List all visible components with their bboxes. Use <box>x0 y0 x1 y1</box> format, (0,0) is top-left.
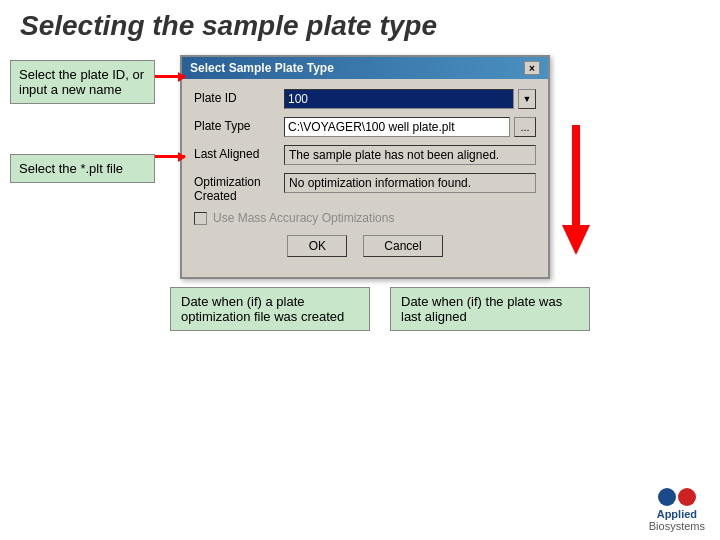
annotation-plate-id: Select the plate ID, or input a new name <box>10 60 155 104</box>
big-red-arrow-icon <box>562 125 590 255</box>
logo-area: Applied Biosystems <box>649 488 705 532</box>
last-aligned-label: Last Aligned <box>194 145 284 161</box>
annotation-optimization-date: Date when (if) a plate optimization file… <box>170 287 370 331</box>
optimization-created-row: Optimization Created No optimization inf… <box>194 173 536 203</box>
logo-circles <box>658 488 696 506</box>
cancel-button[interactable]: Cancel <box>363 235 442 257</box>
dialog-body: Plate ID 100 ▼ Plate Type C:\VOYAGER\100… <box>182 79 548 277</box>
use-mass-accuracy-row: Use Mass Accuracy Optimizations <box>194 211 536 225</box>
plate-id-input[interactable]: 100 <box>284 89 514 109</box>
annotation-last-aligned-date: Date when (if) the plate was last aligne… <box>390 287 590 331</box>
plate-id-dropdown-icon[interactable]: ▼ <box>518 89 536 109</box>
page-title: Selecting the sample plate type <box>0 0 720 50</box>
last-aligned-value: The sample plate has not been aligned. <box>284 145 536 165</box>
plate-type-row: Plate Type C:\VOYAGER\100 well plate.plt… <box>194 117 536 137</box>
plate-type-label: Plate Type <box>194 117 284 133</box>
dialog-title: Select Sample Plate Type <box>190 61 334 75</box>
optimization-created-label: Optimization Created <box>194 173 284 203</box>
annotation-plt-file: Select the *.plt file <box>10 154 155 183</box>
dialog-select-plate-type: Select Sample Plate Type × Plate ID 100 … <box>180 55 550 279</box>
arrow-head <box>562 225 590 255</box>
logo-red-circle <box>678 488 696 506</box>
last-aligned-control: The sample plate has not been aligned. <box>284 145 536 165</box>
use-mass-accuracy-checkbox[interactable] <box>194 212 207 225</box>
plate-id-row: Plate ID 100 ▼ <box>194 89 536 109</box>
main-content: Select the plate ID, or input a new name… <box>0 50 720 279</box>
arrow-plate-id-icon <box>155 75 185 78</box>
logo-applied-text: Applied <box>657 508 697 520</box>
plate-type-input[interactable]: C:\VOYAGER\100 well plate.plt <box>284 117 510 137</box>
plate-id-label: Plate ID <box>194 89 284 105</box>
last-aligned-row: Last Aligned The sample plate has not be… <box>194 145 536 165</box>
arrow-plt-file-icon <box>155 155 185 158</box>
use-mass-accuracy-label: Use Mass Accuracy Optimizations <box>213 211 394 225</box>
logo-blue-circle <box>658 488 676 506</box>
ok-button[interactable]: OK <box>287 235 347 257</box>
dialog-close-button[interactable]: × <box>524 61 540 75</box>
optimization-created-control: No optimization information found. <box>284 173 536 193</box>
plate-id-control: 100 ▼ <box>284 89 536 109</box>
arrow-shaft <box>572 125 580 225</box>
dialog-buttons: OK Cancel <box>194 235 536 267</box>
plate-type-browse-button[interactable]: ... <box>514 117 536 137</box>
bottom-annotations: Date when (if) a plate optimization file… <box>0 279 720 331</box>
optimization-created-value: No optimization information found. <box>284 173 536 193</box>
dialog-titlebar: Select Sample Plate Type × <box>182 57 548 79</box>
plate-type-control: C:\VOYAGER\100 well plate.plt ... <box>284 117 536 137</box>
logo-biosystems-text: Biosystems <box>649 520 705 532</box>
left-annotations: Select the plate ID, or input a new name… <box>10 50 170 279</box>
